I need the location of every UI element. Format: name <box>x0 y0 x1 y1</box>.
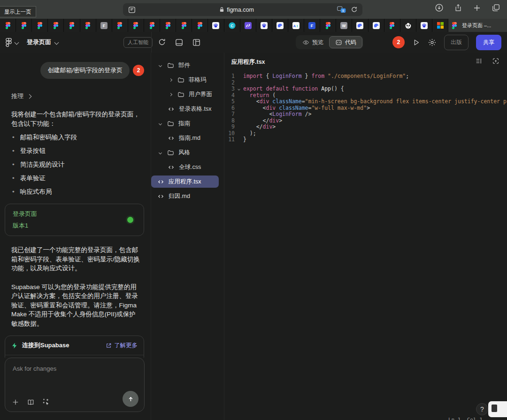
chevron-right-icon[interactable] <box>167 93 174 96</box>
browser-tab[interactable] <box>80 19 96 32</box>
share-button[interactable]: 共享 <box>476 35 501 50</box>
learn-more-link[interactable]: 了解更多 <box>106 342 138 350</box>
browser-tab[interactable] <box>240 19 256 32</box>
figma-menu-icon[interactable] <box>6 38 12 47</box>
translate-icon[interactable]: 文 <box>337 6 346 13</box>
line-number: 2 <box>224 80 235 86</box>
tab-overview-icon[interactable] <box>492 3 500 12</box>
browser-tab[interactable] <box>256 19 272 32</box>
page-settings-icon[interactable] <box>128 6 136 14</box>
browser-tab[interactable] <box>416 19 432 32</box>
project-title[interactable]: 登录页面 <box>27 38 51 46</box>
code-line: 4 return ( <box>224 92 507 99</box>
tree-file-row[interactable]: 归因.md <box>151 190 224 202</box>
chevron-down-icon[interactable] <box>157 122 163 125</box>
chat-input-placeholder: Ask for changes <box>13 365 56 372</box>
tree-folder-row[interactable]: 用户界面 <box>151 88 224 100</box>
word-wrap-icon[interactable] <box>475 57 483 65</box>
browser-tab[interactable] <box>208 19 224 32</box>
code-tab[interactable]: 代码 <box>329 36 362 48</box>
reasoning-toggle[interactable]: 推理 <box>11 92 144 100</box>
browser-tab[interactable] <box>272 19 288 32</box>
browser-tab[interactable] <box>144 19 160 32</box>
browser-tab[interactable] <box>384 19 400 32</box>
title-chevron-icon[interactable] <box>54 40 59 45</box>
share-icon[interactable] <box>454 3 462 12</box>
preview-tab[interactable]: 预览 <box>297 36 329 48</box>
chevron-down-icon[interactable] <box>157 152 163 154</box>
browser-tab[interactable]: W <box>336 19 352 32</box>
browser-tab[interactable] <box>32 19 48 32</box>
line-number: 9 <box>224 124 235 130</box>
settings-gear-icon[interactable] <box>428 38 437 47</box>
chat-scroll[interactable]: 创建邮箱/密码字段的登录页 2 推理 我将创建一个包含邮箱/密码字段的登录页面，… <box>0 53 151 358</box>
browser-tab[interactable] <box>352 19 368 32</box>
figma-icon <box>20 22 27 29</box>
supabase-bolt-icon <box>11 342 18 349</box>
refresh-icon[interactable] <box>158 38 166 46</box>
version-card-title: 登录页面 <box>13 210 37 218</box>
menu-chevron-icon[interactable] <box>15 40 19 45</box>
line-number: 8 <box>224 118 235 124</box>
browser-tab[interactable] <box>160 19 176 32</box>
active-browser-tab[interactable]: 登录页面 –... <box>448 19 507 32</box>
code-file-icon <box>167 105 175 113</box>
fold-chevron-icon[interactable] <box>235 86 243 92</box>
browser-tab[interactable] <box>369 19 384 32</box>
gutter-space <box>235 80 243 86</box>
address-bar[interactable]: figma.com 文 <box>123 3 362 16</box>
browser-tab[interactable] <box>320 19 336 32</box>
browser-tab[interactable] <box>0 19 16 32</box>
figma-icon <box>389 22 396 29</box>
svg-text:W: W <box>342 23 346 28</box>
new-tab-icon[interactable] <box>473 4 481 12</box>
tree-file-row[interactable]: 全球.css <box>151 161 224 173</box>
copy-code-icon[interactable] <box>492 57 499 65</box>
browser-tab[interactable] <box>192 19 208 32</box>
attach-plus-icon[interactable] <box>12 398 19 406</box>
browser-tab[interactable]: F <box>304 19 320 32</box>
tree-folder-row[interactable]: 部件 <box>151 59 224 71</box>
tree-file-row[interactable]: 指南.md <box>151 132 224 144</box>
version-card[interactable]: 登录页面 版本1 <box>5 204 144 236</box>
browser-tab[interactable] <box>176 19 192 32</box>
browser-tab[interactable]: AI <box>288 19 304 32</box>
tree-folder-row[interactable]: 风格 <box>151 146 224 159</box>
url-text[interactable]: figma.com <box>227 7 254 13</box>
chevron-right-icon[interactable] <box>167 79 174 81</box>
browser-tab[interactable] <box>432 19 448 32</box>
send-button[interactable] <box>123 391 138 407</box>
browser-tab[interactable]: C <box>224 19 240 32</box>
tree-file-row[interactable]: 登录表格.tsx <box>151 103 224 115</box>
panel-bottom-icon[interactable] <box>175 38 184 47</box>
clipped-overlay <box>488 401 507 417</box>
browser-tab[interactable] <box>48 19 64 32</box>
browser-tab[interactable] <box>400 19 416 32</box>
play-icon[interactable] <box>412 38 420 46</box>
notifications-badge[interactable]: 2 <box>392 36 405 48</box>
browser-tab[interactable] <box>16 19 32 32</box>
sparkle-cursor-icon[interactable] <box>42 398 50 406</box>
publish-button[interactable]: 出版 <box>444 35 469 50</box>
browser-tab[interactable] <box>128 19 144 32</box>
reload-icon[interactable] <box>351 6 358 13</box>
help-button[interactable]: ? <box>476 403 488 415</box>
figma-icon <box>68 22 75 29</box>
chat-input[interactable]: Ask for changes <box>5 358 145 412</box>
svg-text:I: I <box>297 23 298 28</box>
browser-tab[interactable] <box>112 19 128 32</box>
toolbar-divider <box>151 32 152 53</box>
tree-item-label: 风格 <box>178 149 190 157</box>
tree-folder-row[interactable]: 指南 <box>151 117 224 130</box>
browser-tab[interactable]: F <box>96 19 112 32</box>
downloads-icon[interactable] <box>435 3 444 12</box>
tree-folder-row[interactable]: 菲格玛 <box>151 74 224 86</box>
tree-file-row[interactable]: 应用程序.tsx <box>151 176 219 188</box>
feature-text: 响应式布局 <box>20 187 52 196</box>
browser-tab[interactable] <box>64 19 80 32</box>
chevron-down-icon[interactable] <box>157 64 163 67</box>
guidelines-book-icon[interactable] <box>27 398 35 406</box>
reasoning-label: 推理 <box>11 92 23 100</box>
layout-panels-icon[interactable] <box>192 38 201 47</box>
code-area[interactable]: 1import { LoginForm } from "./components… <box>224 73 507 420</box>
